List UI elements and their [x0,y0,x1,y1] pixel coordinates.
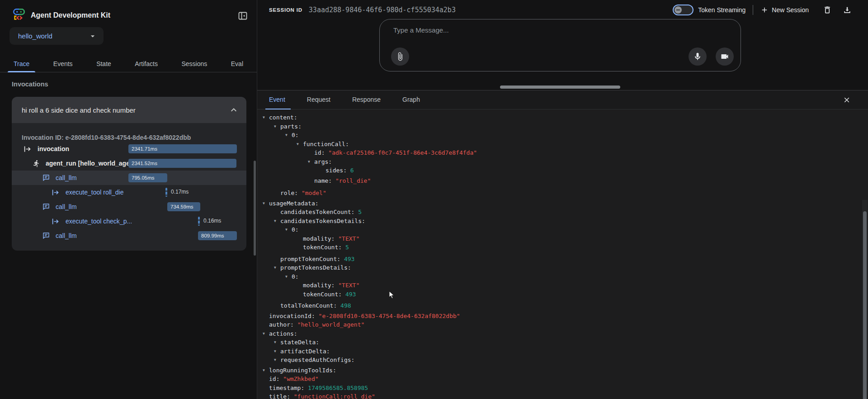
invocations-label: Invocations [12,81,48,88]
json-line: candidatesTokenCount: 5 [263,208,861,217]
event-tab-event[interactable]: Event [269,90,296,109]
sidebar-scrollbar[interactable] [254,161,256,256]
scrollbar-thumb[interactable] [863,211,867,399]
json-line: ▼0: [263,131,861,140]
span-duration-bar: 2341.52ms [128,159,236,168]
new-session-button[interactable]: New Session [760,6,809,14]
expand-arrow-icon[interactable]: ▼ [263,199,269,208]
json-line: title: "functionCall:roll_die" [263,392,861,399]
event-tab-graph[interactable]: Graph [392,90,431,109]
json-value: "adk-caf25106-f0c7-451f-86e4-3c6d7e8f4fd… [328,149,477,156]
attach-file-button[interactable] [391,48,409,66]
json-line: ▼args: [263,157,861,166]
expand-arrow-icon[interactable]: ▼ [274,122,280,131]
json-key: longRunningToolIds: [269,367,336,374]
tab-artifacts[interactable]: Artifacts [135,56,158,72]
trace-span-row[interactable]: call_llm795.05ms [12,171,246,185]
json-value: 5 [358,209,362,215]
videocam-icon [720,52,729,61]
span-duration-label: 0.17ms [171,189,189,195]
expand-arrow-icon[interactable]: ▼ [274,347,280,356]
invocation-header[interactable]: hi roll a 6 side dice and check number [12,97,246,123]
json-key: modality: [303,235,335,242]
json-value: 498 [340,302,351,309]
session-id-label: SESSION ID [269,7,302,13]
trace-span-row[interactable]: agent_run [hello_world_agent]2341.52ms [12,156,246,171]
trace-span-row[interactable]: call_llm734.59ms [12,200,246,214]
plus-icon [760,6,769,14]
json-key: sides: [326,167,347,174]
video-button[interactable] [716,48,734,66]
span-duration-bar: 2341.71ms [128,144,237,153]
tab-sessions[interactable]: Sessions [181,56,207,72]
json-line: name: "roll_die" [263,176,861,185]
span-label: execute_tool check_p... [66,218,132,225]
json-key: candidatesTokenCount: [280,209,354,215]
trace-span-row[interactable]: invocation2341.71ms [12,142,246,156]
trace-span-row[interactable]: execute_tool roll_die0.17ms [12,185,246,200]
expand-arrow-icon[interactable]: ▼ [297,140,303,149]
json-line: role: "model" [263,189,861,198]
span-duration-bar: 734.59ms [167,202,200,211]
event-panel-scrollbar[interactable] [862,200,868,399]
toggle-knob [675,6,682,14]
json-key: tokenCount: [303,244,342,251]
json-line: totalTokenCount: 498 [263,301,861,310]
trace-span-row[interactable]: execute_tool check_p...0.16ms [12,214,246,228]
expand-arrow-icon[interactable]: ▼ [263,366,269,375]
tab-trace[interactable]: Trace [14,56,29,72]
token-streaming-toggle[interactable] [673,5,693,15]
json-key: artifactDelta: [280,348,330,355]
chat-bubble-icon [42,232,50,240]
collapse-sidebar-button[interactable] [236,9,250,23]
json-line: author: "hello_world_agent" [263,320,861,329]
expand-arrow-icon[interactable]: ▼ [274,217,280,226]
delete-session-button[interactable] [820,2,835,18]
span-duration-bar: 795.05ms [128,173,167,182]
tab-events[interactable]: Events [53,56,73,72]
app-select-dropdown[interactable]: hello_world [9,27,104,45]
json-line: ▼artifactDelta: [263,347,861,356]
json-value: 493 [344,256,354,262]
download-icon [843,5,852,14]
json-line: timestamp: 1749586585.858985 [263,384,861,393]
tab-eval[interactable]: Eval [231,56,243,72]
event-tab-response[interactable]: Response [341,90,392,109]
microphone-button[interactable] [689,48,707,66]
json-line: ▼stateDelta: [263,338,861,347]
event-tab-request[interactable]: Request [296,90,341,109]
json-line: ▼parts: [263,122,861,131]
event-tabs: EventRequestResponseGraph [257,90,868,109]
message-input[interactable]: Type a Message... [379,19,741,71]
json-key: invocationId: [269,313,315,319]
expand-arrow-icon[interactable]: ▼ [308,157,314,166]
tab-state[interactable]: State [96,56,111,72]
expand-arrow-icon[interactable]: ▼ [274,356,280,365]
expand-arrow-icon[interactable]: ▼ [285,272,292,281]
panel-resize-handle[interactable] [500,86,620,89]
token-streaming-label: Token Streaming [698,6,745,14]
chat-bubble-icon [42,203,50,211]
json-key: requestedAuthConfigs: [280,356,354,363]
expand-arrow-icon[interactable]: ▼ [274,263,280,272]
expand-arrow-icon[interactable]: ▼ [263,113,269,122]
span-duration-label: 0.16ms [203,218,221,224]
export-session-button[interactable] [840,2,855,18]
invocation-prompt: hi roll a 6 side dice and check number [22,106,228,114]
expand-arrow-icon[interactable]: ▼ [274,338,280,347]
close-panel-button[interactable] [840,94,853,106]
json-line: ▼0: [263,225,861,234]
chevron-down-icon [88,32,97,41]
sidebar: Agent Development Kit hello_world TraceE… [0,0,257,399]
adk-logo [12,7,26,22]
header-divider [753,5,753,15]
trace-span-row[interactable]: call_llm809.99ms [12,228,246,243]
json-line: modality: "TEXT" [263,281,861,290]
expand-arrow-icon[interactable]: ▼ [285,131,292,140]
expand-arrow-icon[interactable]: ▼ [263,329,269,338]
span-start-icon [51,189,60,196]
expand-arrow-icon[interactable]: ▼ [285,225,292,234]
event-json-tree: ▼content:▼parts:▼0:▼functionCall:id: "ad… [257,109,861,399]
json-line: promptTokenCount: 493 [263,255,861,264]
json-key: 0: [292,273,299,280]
